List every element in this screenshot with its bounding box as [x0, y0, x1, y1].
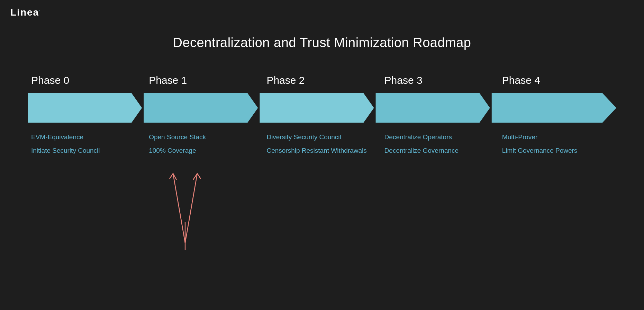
header: Linea· — [0, 0, 644, 25]
page-container: Linea· Decentralization and Trust Minimi… — [0, 0, 644, 310]
phase-4-label: Phase 4 — [499, 74, 616, 86]
phase-2-arrow — [260, 93, 374, 123]
phase-2-label: Phase 2 — [263, 74, 381, 86]
phase-0-items: EVM-Equivalence Initiate Security Counci… — [28, 133, 145, 160]
arrows-row — [28, 93, 616, 123]
phase-1-items: Open Source Stack 100% Coverage — [145, 133, 263, 160]
phase-items-row: EVM-Equivalence Initiate Security Counci… — [28, 133, 616, 160]
phase-4-arrow — [492, 93, 616, 123]
phase-0-arrow — [28, 93, 142, 123]
phase-1-arrow — [144, 93, 258, 123]
svg-line-1 — [185, 174, 197, 243]
phase-0-item-2: Initiate Security Council — [31, 147, 145, 155]
phase-3-item-2: Decentralize Governance — [384, 147, 499, 155]
phase-3-item-1: Decentralize Operators — [384, 133, 499, 142]
logo-dot: · — [39, 9, 41, 13]
phase-2-item-2: Censorship Resistant Withdrawals — [266, 147, 381, 155]
page-title: Decentralization and Trust Minimization … — [173, 35, 471, 50]
phase-4-item-2: Limit Governance Powers — [502, 147, 616, 155]
svg-line-0 — [173, 174, 185, 243]
main-content: Decentralization and Trust Minimization … — [0, 25, 644, 310]
phase-4-items: Multi-Prover Limit Governance Powers — [499, 133, 616, 160]
phase-4-item-1: Multi-Prover — [502, 133, 616, 142]
phase-1-item-2: 100% Coverage — [149, 147, 263, 155]
annotation-arrow — [163, 153, 208, 250]
phase-3-items: Decentralize Operators Decentralize Gove… — [381, 133, 499, 160]
phases-labels-row: Phase 0 Phase 1 Phase 2 Phase 3 Phase 4 — [28, 74, 616, 86]
phase-2-items: Diversify Security Council Censorship Re… — [263, 133, 381, 160]
roadmap-wrapper: Phase 0 Phase 1 Phase 2 Phase 3 Phase 4 — [28, 74, 616, 160]
phase-0-item-1: EVM-Equivalence — [31, 133, 145, 142]
phase-arrows-svg — [28, 93, 616, 123]
phase-3-arrow — [376, 93, 490, 123]
logo: Linea· — [10, 7, 634, 18]
phase-1-item-1: Open Source Stack — [149, 133, 263, 142]
phase-2-item-1: Diversify Security Council — [266, 133, 381, 142]
logo-text: Linea — [10, 7, 39, 18]
phase-1-label: Phase 1 — [145, 74, 263, 86]
phase-3-label: Phase 3 — [381, 74, 499, 86]
phase-0-label: Phase 0 — [28, 74, 145, 86]
